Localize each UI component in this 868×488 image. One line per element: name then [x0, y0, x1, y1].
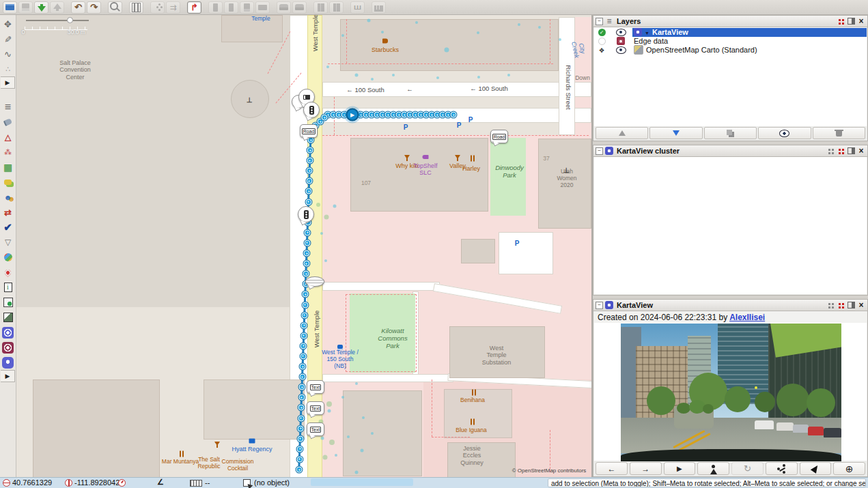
preferences-button[interactable]: [129, 1, 143, 14]
visibility-eye-icon[interactable]: [616, 46, 626, 54]
author-link[interactable]: AlexIlisei: [729, 313, 765, 322]
visibility-eye-icon[interactable]: [616, 29, 626, 36]
traffic-balloon-marker[interactable]: [298, 206, 314, 223]
collapse-icon[interactable]: [596, 302, 603, 309]
photo-track-point[interactable]: [304, 240, 310, 246]
photo-track-point[interactable]: [300, 364, 306, 370]
photo-track-point[interactable]: [307, 168, 313, 174]
photo-track-point[interactable]: [297, 435, 303, 442]
save-button[interactable]: [18, 1, 33, 14]
changeset-dialog-button[interactable]: [1, 295, 16, 310]
view-360-button[interactable]: [731, 462, 764, 475]
selected-photo-marker[interactable]: [346, 109, 359, 121]
img-landscape-button[interactable]: [255, 1, 270, 14]
follow-location-button[interactable]: [800, 462, 832, 475]
edge-data-button[interactable]: [187, 1, 201, 14]
text-balloon-marker[interactable]: Text: [307, 380, 324, 394]
factory-button[interactable]: [372, 1, 386, 14]
next-photo-button[interactable]: [630, 462, 662, 475]
sticky-icon[interactable]: [837, 147, 845, 155]
preferences-icon[interactable]: [826, 147, 835, 155]
photo-track-point[interactable]: [303, 271, 309, 277]
img-column-button[interactable]: [240, 1, 254, 14]
hidden-eye-icon[interactable]: [617, 37, 625, 45]
photo-track-point[interactable]: [301, 312, 307, 318]
layer-row-kartaview[interactable]: KartaView: [594, 28, 867, 36]
photo-track-point[interactable]: [306, 178, 312, 184]
collapse-icon[interactable]: [596, 18, 603, 25]
street-photo[interactable]: [621, 324, 841, 464]
photo-track-point[interactable]: [306, 188, 312, 195]
info-dialog-button[interactable]: [1, 280, 16, 295]
selection-dialog-button[interactable]: [1, 310, 16, 325]
markers-dialog-button[interactable]: [1, 265, 16, 280]
conflicts-dialog-button[interactable]: [1, 205, 16, 220]
photo-track-point[interactable]: [305, 199, 311, 205]
switch-viewer-button[interactable]: [697, 462, 729, 475]
dock-icon[interactable]: [847, 17, 855, 25]
merge-layer-button[interactable]: [704, 127, 757, 139]
improve-accuracy-tool-button[interactable]: [1, 61, 16, 76]
toggle-layer-visibility-button[interactable]: [758, 127, 811, 139]
inactive-layer-icon[interactable]: [598, 38, 606, 45]
photo-track-point[interactable]: [302, 302, 308, 308]
move-layer-down-button[interactable]: [649, 127, 702, 139]
redo-button[interactable]: [87, 1, 101, 14]
expand-tools-button[interactable]: [1, 76, 15, 89]
photo-track-point[interactable]: [300, 353, 306, 359]
move-layer-up-button[interactable]: [596, 127, 648, 139]
play-sequence-button[interactable]: [664, 462, 696, 475]
text-balloon-marker[interactable]: Text: [307, 401, 324, 415]
authors-dialog-button[interactable]: [1, 190, 16, 205]
photo-track-point[interactable]: [298, 394, 305, 401]
map-styles-button[interactable]: [1, 160, 16, 175]
dock-icon[interactable]: [847, 301, 855, 309]
parallel-way-button[interactable]: [166, 1, 180, 14]
filter-dialog-button[interactable]: [1, 235, 16, 250]
draw-way-tool-button[interactable]: [1, 46, 16, 61]
img-portrait2-button[interactable]: [224, 1, 238, 14]
map-paint-styles-button[interactable]: [1, 250, 16, 265]
native-scale-icon[interactable]: [599, 46, 604, 54]
select-tool-button[interactable]: [1, 16, 16, 31]
photo-track-point[interactable]: [296, 467, 303, 473]
road-balloon-marker[interactable]: Road: [490, 130, 508, 143]
photo-track-point[interactable]: [307, 158, 313, 164]
layer-row-edge-data[interactable]: Edge data: [594, 37, 867, 45]
photo-track-point[interactable]: [300, 343, 307, 349]
undo-button[interactable]: [71, 1, 85, 14]
download-data-button[interactable]: [34, 1, 48, 14]
photo-track-point[interactable]: [303, 291, 309, 298]
photo-track-point[interactable]: [304, 250, 310, 257]
photo-track-point[interactable]: [298, 405, 305, 411]
active-layer-check-icon[interactable]: [598, 29, 606, 36]
photo-track-point[interactable]: [305, 229, 311, 235]
kartaview-dialog-toggle-button[interactable]: [1, 355, 16, 370]
road-balloon-marker[interactable]: Road: [300, 124, 318, 138]
layer-row-osm-carto[interactable]: OpenStreetMap Carto (Standard): [594, 46, 867, 54]
collapse-icon[interactable]: [596, 147, 603, 155]
dock-icon[interactable]: [847, 147, 855, 155]
photo-track-point[interactable]: [307, 147, 313, 154]
photo-track-point[interactable]: [299, 384, 305, 390]
photo-track-point[interactable]: [451, 112, 457, 118]
photo-track-point[interactable]: [299, 374, 305, 380]
expand-dialogs-button[interactable]: [1, 370, 15, 382]
sticky-icon[interactable]: [837, 17, 845, 25]
upload-data-button[interactable]: [50, 1, 64, 14]
previous-photo-button[interactable]: [596, 462, 628, 475]
open-file-button[interactable]: [3, 1, 17, 14]
photo-track-point[interactable]: [297, 446, 303, 452]
img-portrait-button[interactable]: [208, 1, 223, 14]
close-icon[interactable]: [857, 17, 865, 25]
building-col-button[interactable]: [313, 1, 328, 14]
photo-track-point[interactable]: [301, 322, 307, 328]
kartaview-toggle-button[interactable]: [1, 325, 16, 340]
photo-track-point[interactable]: [296, 456, 303, 462]
notes-dialog-button[interactable]: [1, 175, 16, 190]
relations-dialog-button[interactable]: [1, 130, 16, 145]
delete-layer-button[interactable]: [813, 127, 865, 139]
open-in-browser-button[interactable]: [833, 462, 865, 475]
photo-track-point[interactable]: [322, 115, 328, 121]
photo-track-point[interactable]: [298, 425, 304, 431]
